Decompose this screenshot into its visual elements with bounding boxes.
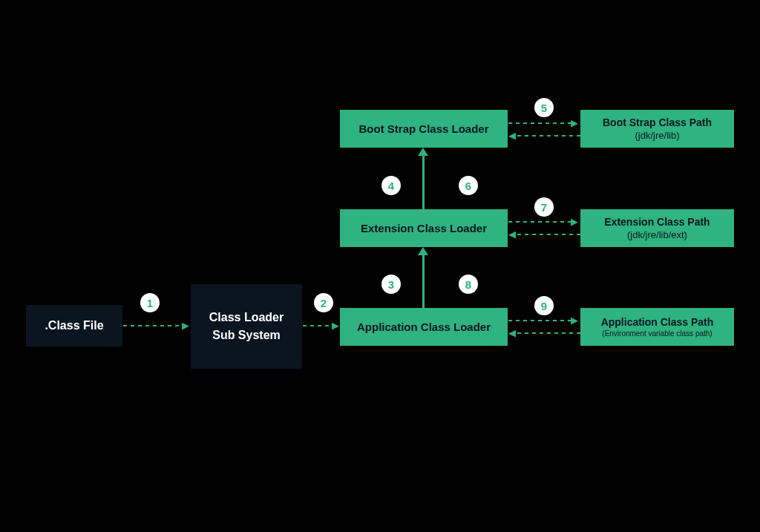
arrow-7-out-head: ▶	[571, 217, 578, 226]
bootstrap-path-sub: (jdk/jre/lib)	[635, 130, 680, 141]
bootstrap-path-title: Boot Strap Class Path	[603, 116, 712, 128]
arrow-9-back-head: ◀	[508, 328, 516, 338]
arrow-2	[303, 325, 332, 326]
arrow-1	[123, 325, 183, 326]
arrow-7-back	[517, 234, 580, 235]
step-7: 7	[534, 197, 554, 217]
bootstrap-path-box: Boot Strap Class Path (jdk/jre/lib)	[580, 110, 734, 148]
extension-path-box: Extension Class Path (jdk/jre/lib/ext)	[580, 209, 734, 247]
extension-path-title: Extension Class Path	[604, 216, 710, 228]
application-path-sub: (Environment variable class path)	[602, 329, 712, 338]
step-9: 9	[534, 296, 554, 315]
class-loader-subsystem-line2: Sub System	[212, 329, 281, 342]
class-loader-subsystem-line1: Class Loader	[209, 311, 284, 324]
extension-loader-box: Extension Class Loader	[340, 209, 508, 247]
bootstrap-loader-box: Boot Strap Class Loader	[340, 110, 508, 148]
arrow-vertical-upper-head	[418, 148, 428, 156]
arrow-2-head: ▶	[332, 321, 339, 330]
arrow-7-out	[508, 221, 571, 223]
class-file-box: .Class File	[26, 305, 122, 347]
arrow-9-back	[517, 332, 580, 334]
step-6: 6	[459, 176, 478, 195]
application-path-box: Application Class Path (Environment vari…	[580, 308, 734, 346]
step-3: 3	[381, 275, 401, 294]
extension-loader-label: Extension Class Loader	[361, 222, 487, 234]
arrow-5-back-head: ◀	[508, 131, 516, 140]
arrow-1-head: ▶	[182, 321, 189, 330]
bootstrap-loader-label: Boot Strap Class Loader	[358, 122, 488, 135]
step-5: 5	[534, 98, 554, 117]
arrow-vertical-upper	[422, 156, 425, 209]
step-8: 8	[459, 275, 478, 294]
arrow-7-back-head: ◀	[508, 229, 516, 239]
class-loader-subsystem-box: Class Loader Sub System	[191, 284, 302, 369]
step-1: 1	[140, 293, 160, 312]
arrow-5-out-head: ▶	[571, 118, 578, 128]
step-2: 2	[314, 293, 333, 312]
arrow-vertical-lower-head	[418, 247, 428, 255]
arrow-5-out	[508, 122, 571, 124]
step-4: 4	[381, 176, 401, 195]
extension-path-sub: (jdk/jre/lib/ext)	[627, 229, 687, 240]
class-file-label: .Class File	[45, 319, 103, 332]
application-loader-box: Application Class Loader	[340, 308, 508, 346]
application-loader-label: Application Class Loader	[357, 321, 491, 333]
arrow-9-out	[508, 320, 571, 321]
arrow-vertical-lower	[422, 255, 425, 308]
application-path-title: Application Class Path	[601, 316, 714, 328]
arrow-9-out-head: ▶	[571, 315, 578, 325]
arrow-5-back	[517, 135, 580, 137]
